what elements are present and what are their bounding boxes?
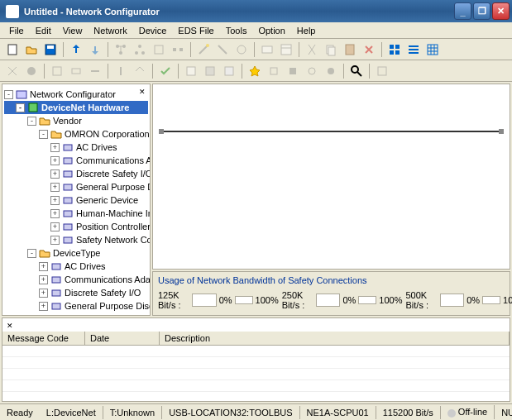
tool2-5[interactable] [86,62,104,80]
download-button[interactable] [86,41,104,59]
tool2-15[interactable] [373,62,391,80]
net-icon-3[interactable] [150,41,168,59]
delete-icon[interactable] [360,41,378,59]
tree-expander-icon[interactable]: + [50,143,60,152]
tree-expander-icon[interactable]: + [39,302,48,311]
network-canvas[interactable] [152,84,510,270]
tree-node[interactable]: +Discrete Safety I/O [4,167,148,180]
view-3-button[interactable] [423,41,442,59]
msg-col-header[interactable]: Description [160,332,510,345]
tool2-2[interactable] [22,62,41,80]
tool2-4[interactable] [67,62,85,80]
tool2-13[interactable] [303,62,321,80]
tree-expander-icon[interactable]: - [27,117,36,126]
tree-expander-icon[interactable]: + [39,262,48,271]
paste-icon[interactable] [341,41,359,59]
tree-node[interactable]: +Human-Machine Interface [4,207,148,220]
tool2-10[interactable] [220,62,238,80]
message-close-icon[interactable]: ✕ [4,320,16,332]
tree-expander-icon[interactable]: + [50,222,60,231]
net-icon-2[interactable] [131,41,149,59]
msg-col-header[interactable]: Message Code [2,332,85,345]
tree-node[interactable]: +Generic Device [4,313,148,316]
maximize-button[interactable]: ❐ [473,2,490,20]
tree-expander-icon[interactable]: + [50,196,60,205]
tree-node[interactable]: -OMRON Corporation [4,127,148,141]
minimize-button[interactable]: _ [454,2,471,20]
tool2-14[interactable] [322,62,340,80]
tool2-1[interactable] [3,62,22,80]
tool2-7[interactable] [131,62,149,80]
copy-icon[interactable] [322,41,340,59]
menu-eds-file[interactable]: EDS File [172,24,219,37]
props-icon-1[interactable] [258,41,276,59]
view-1-button[interactable] [385,41,404,59]
table-row[interactable] [2,357,510,369]
menu-option[interactable]: Option [252,24,290,37]
tree-node[interactable]: +AC Drives [4,141,148,154]
tool2-6[interactable] [112,62,130,80]
tool2-12[interactable] [284,62,302,80]
tree-node[interactable]: -Network Configurator [4,88,148,101]
menu-network[interactable]: Network [88,24,132,37]
upload-button[interactable] [67,41,85,59]
menu-tools[interactable]: Tools [220,24,253,37]
tool2-3[interactable] [48,62,66,80]
tree-expander-icon[interactable]: + [50,183,60,192]
net-icon-1[interactable] [112,41,130,59]
close-button[interactable]: ✕ [492,2,510,20]
menu-view[interactable]: View [57,24,89,37]
wizard-icon-2[interactable] [213,41,232,59]
new-button[interactable] [3,41,22,59]
menu-edit[interactable]: Edit [30,24,57,37]
tree-expander-icon[interactable]: + [50,156,60,165]
tool2-spark1[interactable] [246,62,264,80]
tool2-8[interactable] [182,62,200,80]
menu-device[interactable]: Device [133,24,173,37]
tree-node[interactable]: +AC Drives [4,260,148,273]
tree-expander-icon[interactable]: + [50,169,60,179]
tree-node[interactable]: -Vendor [4,114,148,127]
tree-expander-icon[interactable]: + [50,236,60,245]
wizard-icon-1[interactable] [194,41,213,59]
tree-node[interactable]: +Communications Adapter [4,273,148,286]
tree-expander-icon[interactable]: + [39,275,48,284]
tool2-11[interactable] [265,62,283,80]
tree-expander-icon[interactable]: - [39,130,48,139]
tree-expander-icon[interactable]: + [39,315,48,317]
tree-expander-icon[interactable]: + [39,289,48,298]
tree-expander-icon[interactable]: - [4,90,13,99]
cut-icon[interactable] [303,41,321,59]
bw-input[interactable] [440,294,464,307]
props-icon-2[interactable] [277,41,295,59]
tree-expander-icon[interactable]: - [27,249,36,258]
tree-node[interactable]: -DeviceNet Hardware [4,101,148,114]
net-icon-4[interactable] [169,41,187,59]
tree-expander-icon[interactable]: - [16,103,25,112]
wizard-icon-3[interactable] [232,41,251,59]
table-row[interactable] [2,380,510,392]
tree-node[interactable]: +Safety Network Controller [4,233,148,246]
search-icon[interactable] [347,62,366,80]
menu-help[interactable]: Help [291,24,322,37]
table-row[interactable] [2,369,510,380]
bw-input[interactable] [316,294,340,307]
save-button[interactable] [41,41,60,59]
msg-col-header[interactable]: Date [85,332,160,345]
tree-node[interactable]: +Position Controller [4,220,148,233]
bw-input[interactable] [192,294,216,307]
open-button[interactable] [22,41,41,59]
table-row[interactable] [2,346,510,357]
view-2-button[interactable] [404,41,423,59]
tree-node[interactable]: +General Purpose Discrete I/O [4,299,148,313]
tree-node[interactable]: +Discrete Safety I/O [4,286,148,299]
tree-node[interactable]: +Generic Device [4,193,148,207]
tool2-9[interactable] [201,62,219,80]
tree-close-icon[interactable]: ✕ [136,86,148,98]
tree-node[interactable]: +Communications Adapter [4,154,148,167]
tree-expander-icon[interactable]: + [50,209,60,218]
tree-node[interactable]: -DeviceType [4,246,148,260]
table-row[interactable] [2,392,510,402]
tree-node[interactable]: +General Purpose Discrete I/O [4,180,148,193]
tool2-check[interactable] [156,62,175,80]
